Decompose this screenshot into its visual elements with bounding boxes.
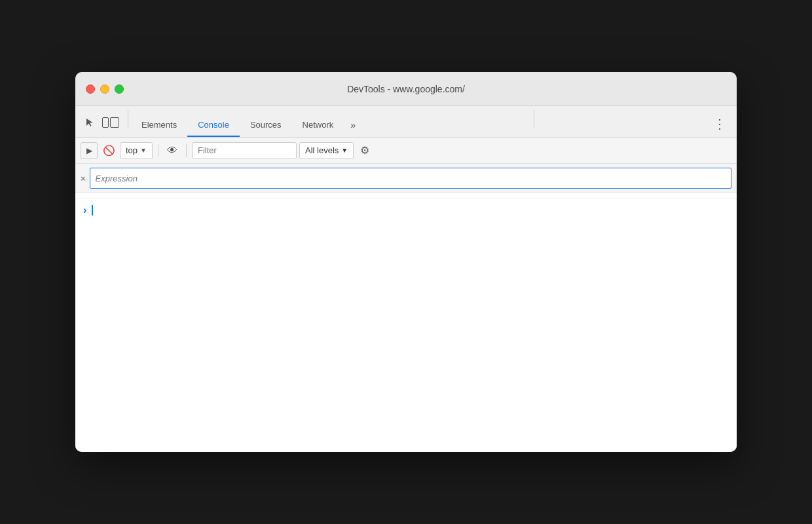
minimize-button[interactable] — [100, 84, 109, 94]
device-icon — [102, 117, 119, 128]
execute-script-button[interactable]: ▶ — [81, 142, 98, 159]
tab-divider-right — [534, 110, 534, 128]
gear-icon: ⚙ — [360, 144, 369, 157]
context-value: top — [126, 145, 138, 155]
more-tabs-button[interactable]: » — [344, 113, 362, 137]
console-settings-button[interactable]: ⚙ — [356, 142, 373, 159]
devtools-window: DevTools - www.google.com/ Elements — [75, 72, 737, 452]
device-toggle-button[interactable] — [101, 113, 120, 132]
title-bar: DevTools - www.google.com/ — [75, 72, 737, 106]
context-arrow-icon: ▼ — [140, 147, 147, 154]
toolbar-divider — [158, 144, 158, 157]
play-icon: ▶ — [86, 146, 92, 155]
levels-label: All levels — [305, 145, 339, 155]
close-expression-button[interactable]: × — [81, 174, 86, 183]
watch-button[interactable]: 👁 — [164, 142, 181, 159]
prompt-cursor — [92, 205, 93, 215]
console-prompt-row[interactable]: › — [75, 198, 737, 221]
window-title: DevTools - www.google.com/ — [347, 84, 465, 94]
devtools-menu-button[interactable]: ⋮ — [708, 116, 731, 137]
prompt-chevron-icon: › — [83, 204, 86, 216]
expression-input[interactable] — [90, 168, 731, 189]
maximize-button[interactable] — [115, 84, 124, 94]
tab-console[interactable]: Console — [187, 113, 240, 137]
tab-bar-tools — [81, 113, 120, 137]
live-expression-row: × — [75, 164, 737, 193]
tab-elements[interactable]: Elements — [131, 113, 187, 137]
inspect-element-button[interactable] — [81, 113, 99, 132]
console-toolbar: ▶ 🚫 top ▼ 👁 All levels ▼ ⚙ — [75, 138, 737, 164]
tab-bar: Elements Console Sources Network » ⋮ — [75, 106, 737, 138]
tab-sources[interactable]: Sources — [240, 113, 292, 137]
clear-errors-button[interactable]: 🚫 — [100, 142, 117, 159]
toolbar-divider-2 — [186, 144, 187, 157]
log-levels-selector[interactable]: All levels ▼ — [299, 142, 354, 159]
traffic-lights — [86, 84, 124, 94]
levels-arrow-icon: ▼ — [341, 147, 348, 154]
block-icon: 🚫 — [103, 145, 115, 157]
eye-icon: 👁 — [167, 145, 177, 157]
console-output: › — [75, 193, 737, 452]
filter-input[interactable] — [192, 142, 297, 159]
close-button[interactable] — [86, 84, 95, 94]
tab-network[interactable]: Network — [292, 113, 344, 137]
context-selector[interactable]: top ▼ — [120, 142, 153, 159]
tab-divider — [128, 110, 128, 128]
